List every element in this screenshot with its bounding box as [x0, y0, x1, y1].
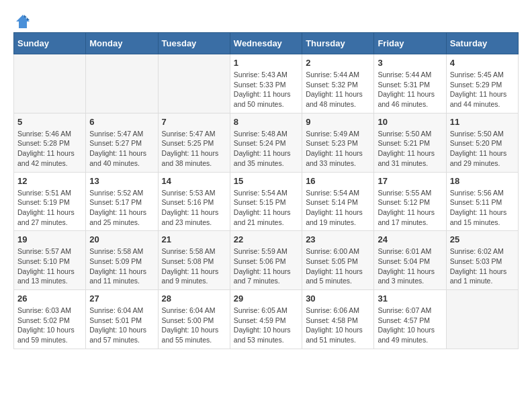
calendar-cell: 11Sunrise: 5:50 AM Sunset: 5:20 PM Dayli…: [446, 113, 518, 172]
day-info: Sunrise: 5:58 AM Sunset: 5:09 PM Dayligh…: [89, 246, 154, 286]
day-number: 7: [162, 117, 226, 127]
day-info: Sunrise: 5:46 AM Sunset: 5:28 PM Dayligh…: [17, 129, 82, 169]
day-number: 3: [378, 58, 442, 68]
calendar-cell: 21Sunrise: 5:58 AM Sunset: 5:08 PM Dayli…: [158, 231, 230, 290]
day-info: Sunrise: 6:04 AM Sunset: 5:00 PM Dayligh…: [162, 306, 226, 345]
calendar-cell: 8Sunrise: 5:48 AM Sunset: 5:24 PM Daylig…: [230, 113, 302, 172]
weekday-header-saturday: Saturday: [446, 33, 518, 54]
day-info: Sunrise: 5:50 AM Sunset: 5:21 PM Dayligh…: [378, 129, 442, 169]
day-number: 6: [89, 117, 154, 127]
week-row-1: 1Sunrise: 5:43 AM Sunset: 5:33 PM Daylig…: [14, 54, 519, 113]
weekday-header-sunday: Sunday: [14, 33, 86, 54]
calendar-cell: 24Sunrise: 6:01 AM Sunset: 5:04 PM Dayli…: [374, 231, 446, 290]
day-info: Sunrise: 5:58 AM Sunset: 5:08 PM Dayligh…: [162, 246, 226, 286]
day-info: Sunrise: 5:56 AM Sunset: 5:11 PM Dayligh…: [450, 188, 515, 228]
day-info: Sunrise: 5:59 AM Sunset: 5:06 PM Dayligh…: [234, 246, 298, 286]
calendar-cell: 7Sunrise: 5:47 AM Sunset: 5:25 PM Daylig…: [158, 113, 230, 172]
day-number: 26: [17, 293, 82, 304]
calendar-cell: 13Sunrise: 5:52 AM Sunset: 5:17 PM Dayli…: [86, 172, 158, 231]
day-number: 17: [378, 176, 442, 186]
day-number: 28: [162, 293, 226, 304]
day-number: 1: [234, 58, 298, 68]
day-info: Sunrise: 5:54 AM Sunset: 5:15 PM Dayligh…: [234, 188, 298, 228]
calendar-cell: 16Sunrise: 5:54 AM Sunset: 5:14 PM Dayli…: [302, 172, 374, 231]
calendar-cell: [86, 54, 158, 113]
calendar-cell: 4Sunrise: 5:45 AM Sunset: 5:29 PM Daylig…: [446, 54, 518, 113]
calendar-cell: 14Sunrise: 5:53 AM Sunset: 5:16 PM Dayli…: [158, 172, 230, 231]
calendar-cell: 26Sunrise: 6:03 AM Sunset: 5:02 PM Dayli…: [14, 290, 86, 349]
day-info: Sunrise: 6:03 AM Sunset: 5:02 PM Dayligh…: [17, 306, 82, 345]
day-number: 29: [234, 293, 298, 304]
calendar-cell: 30Sunrise: 6:06 AM Sunset: 4:58 PM Dayli…: [302, 290, 374, 349]
day-number: 4: [450, 58, 515, 68]
day-info: Sunrise: 5:53 AM Sunset: 5:16 PM Dayligh…: [162, 188, 226, 228]
weekday-header-wednesday: Wednesday: [230, 33, 302, 54]
day-number: 14: [162, 176, 226, 186]
day-info: Sunrise: 5:44 AM Sunset: 5:32 PM Dayligh…: [306, 70, 370, 109]
calendar-cell: 17Sunrise: 5:55 AM Sunset: 5:12 PM Dayli…: [374, 172, 446, 231]
day-number: 9: [306, 117, 370, 127]
calendar-cell: 20Sunrise: 5:58 AM Sunset: 5:09 PM Dayli…: [86, 231, 158, 290]
calendar-cell: 25Sunrise: 6:02 AM Sunset: 5:03 PM Dayli…: [446, 231, 518, 290]
day-number: 31: [378, 293, 442, 304]
day-number: 27: [89, 293, 154, 304]
day-info: Sunrise: 5:49 AM Sunset: 5:23 PM Dayligh…: [306, 129, 370, 169]
calendar-cell: 28Sunrise: 6:04 AM Sunset: 5:00 PM Dayli…: [158, 290, 230, 349]
day-info: Sunrise: 5:47 AM Sunset: 5:25 PM Dayligh…: [162, 129, 226, 169]
day-number: 20: [89, 234, 154, 244]
day-info: Sunrise: 6:05 AM Sunset: 4:59 PM Dayligh…: [234, 306, 298, 345]
week-row-2: 5Sunrise: 5:46 AM Sunset: 5:28 PM Daylig…: [14, 113, 519, 172]
day-info: Sunrise: 5:55 AM Sunset: 5:12 PM Dayligh…: [378, 188, 442, 228]
day-number: 10: [378, 117, 442, 127]
day-info: Sunrise: 5:44 AM Sunset: 5:31 PM Dayligh…: [378, 70, 442, 109]
day-info: Sunrise: 5:52 AM Sunset: 5:17 PM Dayligh…: [89, 188, 154, 228]
calendar-cell: 1Sunrise: 5:43 AM Sunset: 5:33 PM Daylig…: [230, 54, 302, 113]
day-info: Sunrise: 5:50 AM Sunset: 5:20 PM Dayligh…: [450, 129, 515, 169]
calendar-cell: 23Sunrise: 6:00 AM Sunset: 5:05 PM Dayli…: [302, 231, 374, 290]
calendar: SundayMondayTuesdayWednesdayThursdayFrid…: [13, 32, 519, 349]
calendar-cell: [14, 54, 86, 113]
calendar-cell: 22Sunrise: 5:59 AM Sunset: 5:06 PM Dayli…: [230, 231, 302, 290]
calendar-cell: 3Sunrise: 5:44 AM Sunset: 5:31 PM Daylig…: [374, 54, 446, 113]
day-info: Sunrise: 6:07 AM Sunset: 4:57 PM Dayligh…: [378, 306, 442, 345]
day-info: Sunrise: 6:04 AM Sunset: 5:01 PM Dayligh…: [89, 306, 154, 345]
day-info: Sunrise: 6:06 AM Sunset: 4:58 PM Dayligh…: [306, 306, 370, 345]
day-number: 12: [17, 176, 82, 186]
day-number: 24: [378, 234, 442, 244]
day-info: Sunrise: 5:54 AM Sunset: 5:14 PM Dayligh…: [306, 188, 370, 228]
day-info: Sunrise: 6:02 AM Sunset: 5:03 PM Dayligh…: [450, 246, 515, 286]
calendar-cell: 15Sunrise: 5:54 AM Sunset: 5:15 PM Dayli…: [230, 172, 302, 231]
calendar-cell: 12Sunrise: 5:51 AM Sunset: 5:19 PM Dayli…: [14, 172, 86, 231]
day-number: 16: [306, 176, 370, 186]
day-number: 22: [234, 234, 298, 244]
calendar-cell: 19Sunrise: 5:57 AM Sunset: 5:10 PM Dayli…: [14, 231, 86, 290]
day-number: 13: [89, 176, 154, 186]
day-info: Sunrise: 5:43 AM Sunset: 5:33 PM Dayligh…: [234, 70, 298, 109]
day-number: 23: [306, 234, 370, 244]
calendar-cell: 10Sunrise: 5:50 AM Sunset: 5:21 PM Dayli…: [374, 113, 446, 172]
day-info: Sunrise: 5:45 AM Sunset: 5:29 PM Dayligh…: [450, 70, 515, 109]
weekday-header-tuesday: Tuesday: [158, 33, 230, 54]
day-number: 30: [306, 293, 370, 304]
day-info: Sunrise: 5:48 AM Sunset: 5:24 PM Dayligh…: [234, 129, 298, 169]
day-info: Sunrise: 6:00 AM Sunset: 5:05 PM Dayligh…: [306, 246, 370, 286]
calendar-cell: 18Sunrise: 5:56 AM Sunset: 5:11 PM Dayli…: [446, 172, 518, 231]
calendar-cell: 2Sunrise: 5:44 AM Sunset: 5:32 PM Daylig…: [302, 54, 374, 113]
weekday-header-friday: Friday: [374, 33, 446, 54]
calendar-cell: [158, 54, 230, 113]
day-number: 21: [162, 234, 226, 244]
weekday-header-row: SundayMondayTuesdayWednesdayThursdayFrid…: [14, 33, 519, 54]
day-info: Sunrise: 5:57 AM Sunset: 5:10 PM Dayligh…: [17, 246, 82, 286]
day-number: 2: [306, 58, 370, 68]
logo: [13, 13, 32, 26]
svg-marker-0: [16, 15, 30, 28]
calendar-cell: 6Sunrise: 5:47 AM Sunset: 5:27 PM Daylig…: [86, 113, 158, 172]
day-info: Sunrise: 6:01 AM Sunset: 5:04 PM Dayligh…: [378, 246, 442, 286]
day-number: 15: [234, 176, 298, 186]
week-row-5: 26Sunrise: 6:03 AM Sunset: 5:02 PM Dayli…: [14, 290, 519, 349]
day-number: 18: [450, 176, 515, 186]
day-number: 11: [450, 117, 515, 127]
day-info: Sunrise: 5:47 AM Sunset: 5:27 PM Dayligh…: [89, 129, 154, 169]
page-header: [13, 13, 519, 26]
day-number: 5: [17, 117, 82, 127]
